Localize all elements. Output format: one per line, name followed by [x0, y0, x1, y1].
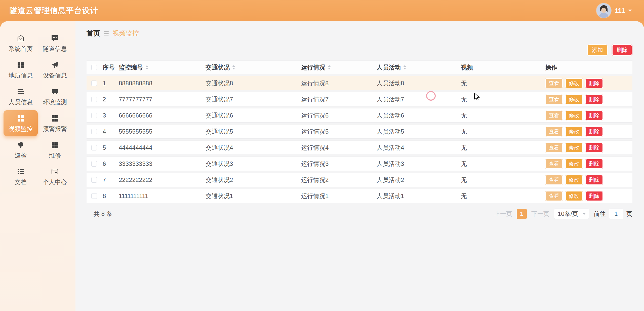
sidebar-item-tunnel-info[interactable]: 隧道信息 [38, 30, 72, 56]
column-header-index[interactable]: 序号 [103, 63, 115, 71]
row-delete-button[interactable]: 删除 [585, 110, 603, 121]
add-button[interactable]: 添加 [587, 44, 608, 56]
page-number-1[interactable]: 1 [517, 209, 527, 219]
video-monitor-table: 序号 监控编号 交通状况 运行情况 人员活动 视频 操作 1 888888888… [87, 60, 632, 203]
column-header-run[interactable]: 运行情况 [301, 63, 325, 71]
sidebar-item-maintenance[interactable]: 维修 [38, 137, 72, 163]
edit-button[interactable]: 修改 [565, 191, 583, 201]
view-button[interactable]: 查看 [545, 94, 563, 104]
breadcrumb-home[interactable]: 首页 [87, 29, 100, 38]
row-delete-button[interactable]: 删除 [585, 175, 603, 185]
grid-icon [51, 141, 59, 149]
row-checkbox[interactable] [91, 161, 97, 167]
main-panel: 系统首页 隧道信息 地质信息 设备信息 人员信息 环境监测 视频监控 预警报警 [0, 21, 644, 311]
row-checkbox[interactable] [91, 177, 97, 183]
row-checkbox[interactable] [91, 113, 97, 118]
edit-button[interactable]: 修改 [565, 110, 583, 121]
sort-icon[interactable] [145, 65, 148, 69]
prev-page-button[interactable]: 上一页 [494, 210, 512, 218]
sidebar-item-profile[interactable]: 个人中心 [38, 164, 72, 190]
edit-button[interactable]: 修改 [565, 175, 583, 185]
sidebar-item-personnel-info[interactable]: 人员信息 [4, 84, 38, 110]
row-delete-button[interactable]: 删除 [585, 143, 603, 153]
row-checkbox[interactable] [91, 81, 97, 86]
home-icon [16, 34, 25, 43]
row-delete-button[interactable]: 删除 [585, 127, 603, 137]
pagination: 共 8 条 上一页 1 下一页 10条/页 前往 页 [87, 209, 632, 219]
send-icon [51, 61, 59, 69]
breadcrumb-current: 视频监控 [113, 29, 139, 38]
column-header-activity[interactable]: 人员活动 [377, 63, 401, 71]
table-row[interactable]: 2 7777777777 交通状况7 运行情况7 人员活动7 无 查看 修改 删… [87, 92, 632, 106]
breadcrumb-separator-icon [104, 31, 109, 35]
table-row[interactable]: 4 5555555555 交通状况5 运行情况5 人员活动5 无 查看 修改 删… [87, 124, 632, 139]
edit-button[interactable]: 修改 [565, 94, 583, 104]
list-icon [16, 87, 25, 96]
chevron-down-icon [582, 213, 586, 215]
edit-button[interactable]: 修改 [565, 78, 583, 88]
card-icon [51, 167, 59, 176]
table-row[interactable]: 1 8888888888 交通状况8 运行情况8 人员活动8 无 查看 修改 删… [87, 76, 632, 90]
chat-icon [51, 34, 59, 43]
view-button[interactable]: 查看 [545, 159, 563, 169]
sort-icon[interactable] [328, 65, 331, 69]
column-header-video: 视频 [461, 63, 473, 71]
user-menu[interactable]: 111 [596, 3, 632, 18]
select-all-checkbox[interactable] [91, 65, 97, 70]
column-header-operations: 操作 [545, 63, 557, 71]
sidebar-item-geology-info[interactable]: 地质信息 [4, 57, 38, 83]
table-row[interactable]: 5 4444444444 交通状况4 运行情况4 人员活动4 无 查看 修改 删… [87, 140, 632, 155]
edit-button[interactable]: 修改 [565, 143, 583, 153]
view-button[interactable]: 查看 [545, 191, 563, 201]
sidebar-item-documents[interactable]: 文档 [4, 164, 38, 190]
view-button[interactable]: 查看 [545, 110, 563, 121]
row-delete-button[interactable]: 删除 [585, 94, 603, 104]
avatar[interactable] [596, 3, 611, 18]
table-row[interactable]: 7 2222222222 交通状况2 运行情况2 人员活动2 无 查看 修改 删… [87, 173, 632, 187]
toolbar: 添加 删除 [87, 44, 632, 56]
table-row[interactable]: 3 6666666666 交通状况6 运行情况6 人员活动6 无 查看 修改 删… [87, 108, 632, 123]
sidebar-item-inspection[interactable]: 巡检 [4, 137, 38, 163]
sidebar-item-environment-monitor[interactable]: 环境监测 [38, 84, 72, 110]
sidebar-item-alarm[interactable]: 预警报警 [38, 110, 72, 136]
next-page-button[interactable]: 下一页 [531, 210, 549, 218]
content-area: 首页 视频监控 添加 删除 序号 监控编号 交通状况 运行情况 人员活动 视 [75, 21, 644, 311]
edit-button[interactable]: 修改 [565, 159, 583, 169]
table-row[interactable]: 8 1111111111 交通状况1 运行情况1 人员活动1 无 查看 修改 删… [87, 189, 632, 203]
sidebar-item-video-monitor[interactable]: 视频监控 [4, 110, 38, 136]
app-title: 隧道云管理信息平台设计 [10, 5, 98, 16]
page-size-select[interactable]: 10条/页 [554, 209, 589, 219]
column-header-code[interactable]: 监控编号 [119, 63, 143, 71]
monitor-icon [51, 87, 59, 96]
table-row[interactable]: 6 3333333333 交通状况3 运行情况3 人员活动3 无 查看 修改 删… [87, 157, 632, 171]
username: 111 [615, 7, 625, 15]
view-button[interactable]: 查看 [545, 143, 563, 153]
edit-button[interactable]: 修改 [565, 127, 583, 137]
row-delete-button[interactable]: 删除 [585, 191, 603, 201]
row-checkbox[interactable] [91, 145, 97, 150]
sort-icon[interactable] [232, 65, 235, 69]
row-delete-button[interactable]: 删除 [585, 78, 603, 88]
table-header-row: 序号 监控编号 交通状况 运行情况 人员活动 视频 操作 [87, 60, 632, 74]
goto-page-input[interactable] [609, 209, 623, 219]
grid-icon [51, 114, 59, 123]
view-button[interactable]: 查看 [545, 175, 563, 185]
sidebar: 系统首页 隧道信息 地质信息 设备信息 人员信息 环境监测 视频监控 预警报警 [0, 21, 75, 311]
breadcrumb: 首页 视频监控 [87, 29, 632, 38]
view-button[interactable]: 查看 [545, 78, 563, 88]
row-delete-button[interactable]: 删除 [585, 159, 603, 169]
pagination-total: 共 8 条 [87, 210, 112, 218]
sidebar-item-home[interactable]: 系统首页 [4, 30, 38, 56]
row-checkbox[interactable] [91, 97, 97, 102]
row-checkbox[interactable] [91, 129, 97, 134]
goto-label: 前往 [594, 210, 606, 218]
column-header-traffic[interactable]: 交通状况 [206, 63, 230, 71]
grid-icon [16, 61, 25, 69]
sidebar-item-device-info[interactable]: 设备信息 [38, 57, 72, 83]
grid-dense-icon [16, 167, 25, 176]
row-checkbox[interactable] [91, 193, 97, 199]
chevron-down-icon [628, 10, 632, 12]
view-button[interactable]: 查看 [545, 127, 563, 137]
sort-icon[interactable] [403, 65, 406, 69]
delete-button[interactable]: 删除 [612, 44, 632, 56]
